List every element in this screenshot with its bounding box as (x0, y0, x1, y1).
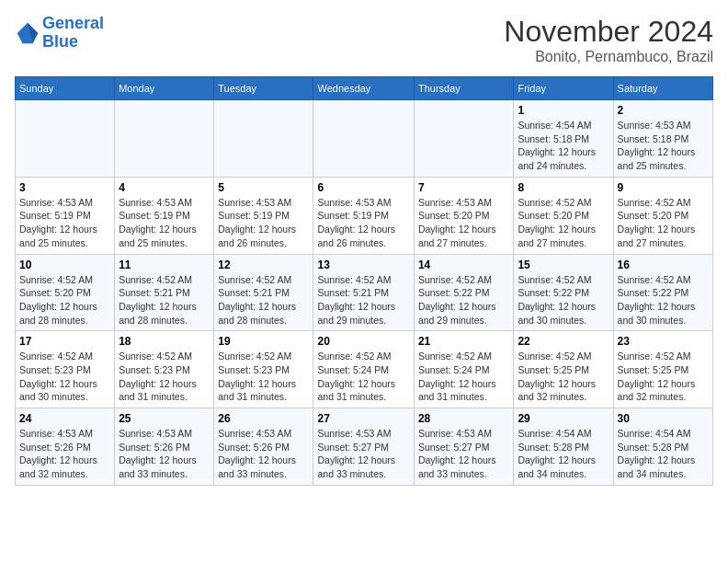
day-info: Sunrise: 4:52 AM Sunset: 5:22 PM Dayligh… (618, 273, 709, 327)
calendar-cell: 4Sunrise: 4:53 AM Sunset: 5:19 PM Daylig… (115, 177, 214, 254)
day-info: Sunrise: 4:52 AM Sunset: 5:23 PM Dayligh… (218, 350, 309, 404)
day-number: 11 (119, 259, 210, 271)
page-header: General Blue November 2024 Bonito, Perna… (15, 15, 713, 65)
day-number: 2 (618, 104, 709, 117)
calendar-cell: 8Sunrise: 4:52 AM Sunset: 5:20 PM Daylig… (514, 177, 613, 254)
day-info: Sunrise: 4:52 AM Sunset: 5:22 PM Dayligh… (418, 273, 510, 327)
calendar-cell (414, 100, 514, 178)
day-number: 18 (119, 335, 210, 348)
calendar-week-row: 1Sunrise: 4:54 AM Sunset: 5:18 PM Daylig… (16, 100, 713, 178)
day-number: 3 (19, 181, 110, 194)
page-subtitle: Bonito, Pernambuco, Brazil (504, 49, 713, 65)
calendar-cell: 21Sunrise: 4:52 AM Sunset: 5:24 PM Dayli… (414, 331, 514, 408)
day-info: Sunrise: 4:52 AM Sunset: 5:20 PM Dayligh… (19, 273, 110, 327)
day-info: Sunrise: 4:52 AM Sunset: 5:25 PM Dayligh… (518, 350, 609, 404)
calendar-cell: 26Sunrise: 4:53 AM Sunset: 5:26 PM Dayli… (214, 408, 313, 486)
day-number: 12 (218, 259, 309, 271)
day-info: Sunrise: 4:54 AM Sunset: 5:28 PM Dayligh… (518, 427, 609, 481)
day-number: 20 (317, 335, 409, 348)
calendar-cell: 29Sunrise: 4:54 AM Sunset: 5:28 PM Dayli… (514, 408, 613, 486)
day-number: 10 (19, 259, 110, 271)
day-info: Sunrise: 4:53 AM Sunset: 5:26 PM Dayligh… (119, 427, 210, 481)
day-number: 7 (418, 181, 510, 194)
day-info: Sunrise: 4:53 AM Sunset: 5:19 PM Dayligh… (218, 196, 309, 250)
weekday-header: Tuesday (214, 77, 313, 100)
calendar-cell: 19Sunrise: 4:52 AM Sunset: 5:23 PM Dayli… (214, 331, 313, 408)
day-number: 23 (618, 335, 709, 348)
calendar-cell (115, 100, 214, 178)
day-info: Sunrise: 4:52 AM Sunset: 5:20 PM Dayligh… (518, 196, 609, 250)
day-number: 9 (618, 181, 709, 194)
day-number: 15 (518, 259, 609, 271)
calendar-cell: 28Sunrise: 4:53 AM Sunset: 5:27 PM Dayli… (414, 408, 514, 486)
day-number: 26 (218, 412, 309, 425)
calendar-cell: 3Sunrise: 4:53 AM Sunset: 5:19 PM Daylig… (16, 177, 115, 254)
calendar-cell: 16Sunrise: 4:52 AM Sunset: 5:22 PM Dayli… (613, 254, 712, 331)
weekday-header: Saturday (613, 77, 712, 100)
calendar-cell: 22Sunrise: 4:52 AM Sunset: 5:25 PM Dayli… (514, 331, 613, 408)
calendar-cell: 1Sunrise: 4:54 AM Sunset: 5:18 PM Daylig… (514, 100, 613, 178)
weekday-header: Sunday (16, 77, 115, 100)
calendar-cell: 11Sunrise: 4:52 AM Sunset: 5:21 PM Dayli… (115, 254, 214, 331)
weekday-header: Friday (514, 77, 613, 100)
day-number: 17 (19, 335, 110, 348)
day-number: 27 (317, 412, 409, 425)
day-info: Sunrise: 4:53 AM Sunset: 5:27 PM Dayligh… (418, 427, 510, 481)
calendar-cell: 15Sunrise: 4:52 AM Sunset: 5:22 PM Dayli… (514, 254, 613, 331)
calendar-cell: 13Sunrise: 4:52 AM Sunset: 5:21 PM Dayli… (313, 254, 414, 331)
weekday-header: Monday (115, 77, 214, 100)
calendar-cell: 14Sunrise: 4:52 AM Sunset: 5:22 PM Dayli… (414, 254, 514, 331)
day-info: Sunrise: 4:53 AM Sunset: 5:18 PM Dayligh… (618, 119, 709, 173)
calendar-cell: 9Sunrise: 4:52 AM Sunset: 5:20 PM Daylig… (613, 177, 712, 254)
day-info: Sunrise: 4:52 AM Sunset: 5:21 PM Dayligh… (317, 273, 409, 327)
day-info: Sunrise: 4:54 AM Sunset: 5:28 PM Dayligh… (618, 427, 709, 481)
calendar-cell (214, 100, 313, 178)
calendar-cell: 27Sunrise: 4:53 AM Sunset: 5:27 PM Dayli… (313, 408, 414, 486)
day-info: Sunrise: 4:53 AM Sunset: 5:27 PM Dayligh… (317, 427, 409, 481)
day-number: 25 (119, 412, 210, 425)
logo-icon (15, 20, 40, 46)
day-number: 21 (418, 335, 510, 348)
day-number: 4 (119, 181, 210, 194)
day-info: Sunrise: 4:52 AM Sunset: 5:20 PM Dayligh… (618, 196, 709, 250)
calendar-cell: 20Sunrise: 4:52 AM Sunset: 5:24 PM Dayli… (313, 331, 414, 408)
calendar-cell (313, 100, 414, 178)
calendar-cell: 25Sunrise: 4:53 AM Sunset: 5:26 PM Dayli… (115, 408, 214, 486)
calendar-cell: 23Sunrise: 4:52 AM Sunset: 5:25 PM Dayli… (613, 331, 712, 408)
day-number: 1 (518, 104, 609, 117)
day-number: 8 (518, 181, 609, 194)
calendar-cell: 10Sunrise: 4:52 AM Sunset: 5:20 PM Dayli… (16, 254, 115, 331)
day-info: Sunrise: 4:53 AM Sunset: 5:20 PM Dayligh… (418, 196, 510, 250)
calendar-week-row: 10Sunrise: 4:52 AM Sunset: 5:20 PM Dayli… (16, 254, 713, 331)
day-info: Sunrise: 4:52 AM Sunset: 5:24 PM Dayligh… (418, 350, 510, 404)
logo: General Blue (15, 15, 104, 52)
day-info: Sunrise: 4:53 AM Sunset: 5:19 PM Dayligh… (19, 196, 110, 250)
calendar-cell: 7Sunrise: 4:53 AM Sunset: 5:20 PM Daylig… (414, 177, 514, 254)
day-info: Sunrise: 4:53 AM Sunset: 5:26 PM Dayligh… (19, 427, 110, 481)
calendar-cell: 30Sunrise: 4:54 AM Sunset: 5:28 PM Dayli… (613, 408, 712, 486)
day-info: Sunrise: 4:52 AM Sunset: 5:21 PM Dayligh… (218, 273, 309, 327)
page-title: November 2024 (504, 15, 713, 49)
calendar-table: SundayMondayTuesdayWednesdayThursdayFrid… (15, 76, 713, 486)
calendar-cell: 5Sunrise: 4:53 AM Sunset: 5:19 PM Daylig… (214, 177, 313, 254)
day-info: Sunrise: 4:52 AM Sunset: 5:25 PM Dayligh… (618, 350, 709, 404)
day-info: Sunrise: 4:52 AM Sunset: 5:23 PM Dayligh… (19, 350, 110, 404)
logo-text: General Blue (42, 15, 104, 52)
day-number: 22 (518, 335, 609, 348)
day-number: 29 (518, 412, 609, 425)
day-number: 16 (618, 259, 709, 271)
calendar-cell: 12Sunrise: 4:52 AM Sunset: 5:21 PM Dayli… (214, 254, 313, 331)
day-info: Sunrise: 4:53 AM Sunset: 5:19 PM Dayligh… (119, 196, 210, 250)
weekday-header: Wednesday (313, 77, 414, 100)
day-info: Sunrise: 4:53 AM Sunset: 5:26 PM Dayligh… (218, 427, 309, 481)
calendar-cell: 24Sunrise: 4:53 AM Sunset: 5:26 PM Dayli… (16, 408, 115, 486)
day-info: Sunrise: 4:52 AM Sunset: 5:24 PM Dayligh… (317, 350, 409, 404)
title-block: November 2024 Bonito, Pernambuco, Brazil (504, 15, 713, 65)
day-number: 6 (317, 181, 409, 194)
calendar-cell: 17Sunrise: 4:52 AM Sunset: 5:23 PM Dayli… (16, 331, 115, 408)
calendar-cell: 18Sunrise: 4:52 AM Sunset: 5:23 PM Dayli… (115, 331, 214, 408)
day-info: Sunrise: 4:53 AM Sunset: 5:19 PM Dayligh… (317, 196, 409, 250)
day-number: 19 (218, 335, 309, 348)
day-info: Sunrise: 4:54 AM Sunset: 5:18 PM Dayligh… (518, 119, 609, 173)
weekday-header: Thursday (414, 77, 514, 100)
